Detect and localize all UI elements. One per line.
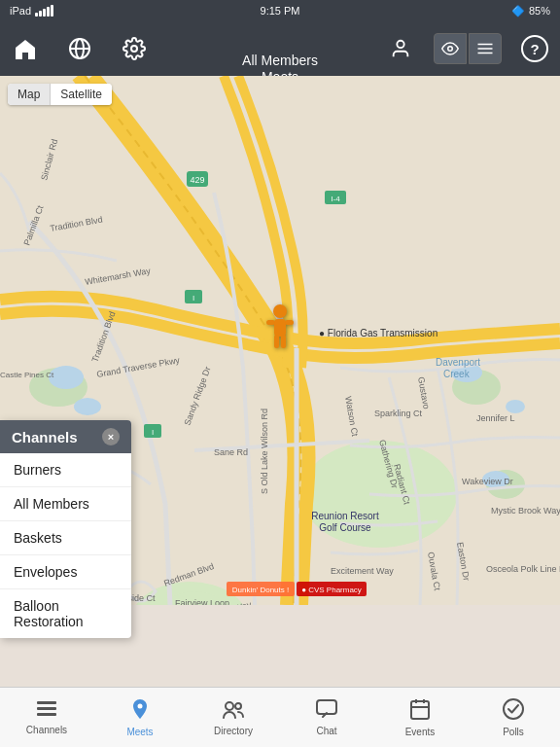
- home-icon[interactable]: [12, 35, 39, 62]
- wifi-signal: [35, 5, 53, 17]
- channels-title: Channels: [12, 429, 78, 445]
- svg-text:Excitement Way: Excitement Way: [331, 566, 394, 576]
- svg-text:Osceola Polk Line Rd: Osceola Polk Line Rd: [486, 564, 560, 574]
- svg-text:Fairview Loop: Fairview Loop: [175, 598, 229, 605]
- svg-point-77: [226, 702, 233, 710]
- svg-text:I: I: [152, 428, 154, 437]
- satellite-view-button[interactable]: Satellite: [51, 84, 112, 105]
- svg-text:Dunkin' Donuts !: Dunkin' Donuts !: [232, 586, 289, 594]
- nav-right-icons: ?: [387, 33, 548, 64]
- tab-directory[interactable]: Directory: [187, 688, 280, 747]
- map-view-button[interactable]: Map: [8, 84, 50, 105]
- tab-chat[interactable]: Chat: [280, 688, 373, 747]
- polls-tab-label: Polls: [503, 727, 524, 737]
- tab-channels[interactable]: Channels: [0, 688, 93, 747]
- svg-text:Mystic Brook Way: Mystic Brook Way: [491, 506, 560, 516]
- svg-text:Jennifer L: Jennifer L: [476, 413, 515, 423]
- svg-rect-79: [317, 700, 336, 714]
- svg-rect-75: [37, 713, 56, 716]
- svg-text:S Old Lake Wilson Rd: S Old Lake Wilson Rd: [260, 409, 269, 494]
- map-toggle[interactable]: Map Satellite: [8, 84, 112, 105]
- svg-text:Sparkling Ct: Sparkling Ct: [374, 409, 423, 418]
- channel-item-burners[interactable]: Burners: [0, 453, 131, 487]
- svg-point-3: [131, 46, 137, 52]
- svg-rect-71: [274, 335, 279, 348]
- svg-text:Creek: Creek: [443, 369, 471, 379]
- svg-point-67: [273, 304, 287, 318]
- svg-point-78: [235, 703, 241, 709]
- chat-tab-icon: [316, 699, 337, 724]
- svg-text:● Florida Gas Transmission: ● Florida Gas Transmission: [319, 328, 438, 338]
- status-time: 9:15 PM: [261, 5, 300, 17]
- svg-text:Sane Rd: Sane Rd: [214, 447, 248, 457]
- svg-point-84: [504, 699, 523, 719]
- svg-text:Davenport: Davenport: [436, 357, 480, 368]
- svg-text:● CVS Pharmacy: ● CVS Pharmacy: [301, 586, 362, 594]
- tab-meets[interactable]: Meets: [93, 688, 187, 747]
- globe-icon[interactable]: [66, 35, 93, 62]
- status-bar: iPad 9:15 PM 🔷 85%: [0, 0, 560, 21]
- channels-close-button[interactable]: ×: [102, 428, 120, 445]
- channels-header: Channels ×: [0, 420, 131, 453]
- channels-panel: Channels × Burners All Members Baskets E…: [0, 420, 131, 638]
- channel-item-baskets[interactable]: Baskets: [0, 521, 131, 555]
- tab-bar: Channels Meets Directory: [0, 687, 560, 747]
- svg-point-5: [448, 47, 453, 52]
- events-tab-icon: [410, 698, 430, 725]
- polls-tab-icon: [503, 698, 524, 725]
- svg-rect-70: [285, 320, 294, 325]
- svg-rect-80: [411, 701, 429, 719]
- svg-text:Reunion Resort: Reunion Resort: [311, 511, 379, 521]
- nav-bar: All Members Meets: [0, 21, 560, 76]
- channel-item-balloon-restoration[interactable]: Balloon Restoration: [0, 589, 131, 638]
- svg-point-4: [397, 41, 403, 48]
- battery-label: 85%: [529, 5, 550, 17]
- svg-rect-68: [274, 319, 286, 337]
- channel-item-envelopes[interactable]: Envelopes: [0, 555, 131, 589]
- svg-rect-69: [266, 320, 275, 325]
- channels-tab-label: Channels: [26, 725, 67, 735]
- svg-text:429: 429: [190, 175, 204, 185]
- help-icon[interactable]: ?: [521, 35, 548, 62]
- svg-rect-74: [37, 707, 56, 710]
- channels-tab-icon: [36, 700, 57, 723]
- chat-tab-label: Chat: [316, 726, 336, 736]
- menu-view-button[interactable]: [469, 33, 502, 64]
- events-tab-label: Events: [405, 727, 436, 737]
- svg-text:I: I: [192, 294, 194, 302]
- carrier-label: iPad: [10, 5, 31, 17]
- settings-icon[interactable]: [121, 35, 148, 62]
- profile-icon[interactable]: [387, 35, 414, 62]
- view-controls[interactable]: [434, 33, 502, 64]
- svg-point-76: [138, 703, 143, 708]
- directory-tab-icon: [222, 699, 245, 724]
- bluetooth-icon: 🔷: [511, 5, 525, 18]
- nav-left-icons: [12, 35, 148, 62]
- svg-point-21: [506, 400, 525, 413]
- directory-tab-label: Directory: [214, 726, 253, 736]
- tab-events[interactable]: Events: [373, 688, 467, 747]
- eye-view-button[interactable]: [434, 33, 467, 64]
- meets-tab-label: Meets: [126, 727, 153, 737]
- svg-text:Golf Course: Golf Course: [319, 522, 371, 533]
- channel-item-all-members[interactable]: All Members: [0, 487, 131, 521]
- svg-text:Wakeview Dr: Wakeview Dr: [462, 477, 513, 486]
- person-marker: [263, 302, 297, 357]
- svg-point-17: [74, 398, 101, 415]
- status-left: iPad: [10, 5, 53, 17]
- svg-point-16: [49, 366, 84, 389]
- status-right: 🔷 85%: [511, 5, 550, 18]
- tab-polls[interactable]: Polls: [467, 688, 560, 747]
- svg-text:I-4: I-4: [331, 195, 340, 203]
- svg-rect-73: [37, 701, 56, 704]
- meets-tab-icon: [130, 698, 150, 725]
- svg-text:Castle Pines Ct: Castle Pines Ct: [0, 371, 54, 379]
- svg-rect-72: [281, 335, 286, 348]
